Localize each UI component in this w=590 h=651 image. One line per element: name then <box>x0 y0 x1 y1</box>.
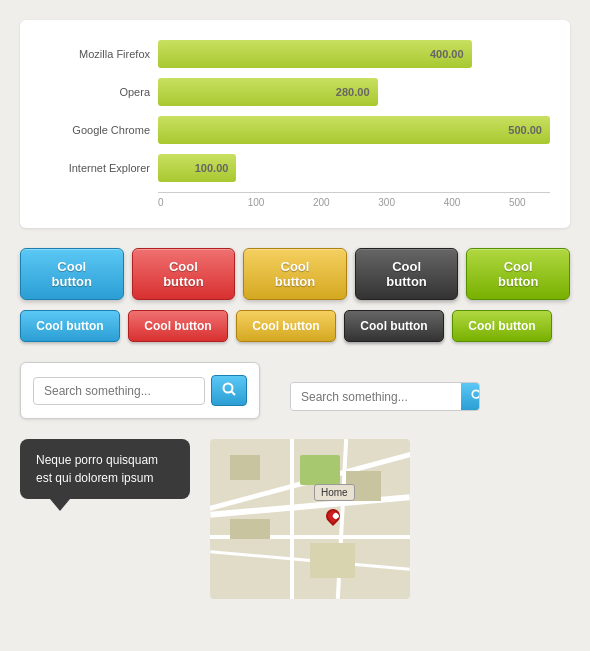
map-block <box>230 519 270 539</box>
search-box-large <box>20 362 260 419</box>
search-box-small <box>290 382 480 411</box>
svg-line-1 <box>232 392 236 396</box>
svg-line-3 <box>479 397 480 400</box>
search-button-large[interactable] <box>211 375 247 406</box>
cool-button-yellow-large[interactable]: Cool button <box>243 248 347 300</box>
search-icon-small <box>471 389 480 401</box>
svg-point-2 <box>472 390 480 398</box>
chart-value-chrome: 500.00 <box>508 124 542 136</box>
cool-button-dark-small[interactable]: Cool button <box>344 310 444 342</box>
chart-value-firefox: 400.00 <box>430 48 464 60</box>
chart-bar-opera: 280.00 <box>158 78 378 106</box>
axis-300: 300 <box>354 197 419 208</box>
chart-axis: 0 100 200 300 400 500 <box>158 192 550 208</box>
buttons-section: Cool button Cool button Cool button Cool… <box>20 248 570 342</box>
chart-row: Internet Explorer 100.00 <box>40 154 550 182</box>
map-home-label: Home <box>314 484 355 501</box>
chart-row: Opera 280.00 <box>40 78 550 106</box>
cool-button-yellow-small[interactable]: Cool button <box>236 310 336 342</box>
chart-bar-chrome: 500.00 <box>158 116 550 144</box>
axis-200: 200 <box>289 197 354 208</box>
map-road <box>290 439 294 599</box>
axis-100: 100 <box>223 197 288 208</box>
cool-button-blue-small[interactable]: Cool button <box>20 310 120 342</box>
map-background: Home <box>210 439 410 599</box>
search-small-wrap <box>290 362 480 411</box>
chart-row: Google Chrome 500.00 <box>40 116 550 144</box>
map-pin-dot <box>332 512 340 520</box>
axis-400: 400 <box>419 197 484 208</box>
chart-row: Mozilla Firefox 400.00 <box>40 40 550 68</box>
chart-value-ie: 100.00 <box>195 162 229 174</box>
cool-button-green-small[interactable]: Cool button <box>452 310 552 342</box>
bottom-section: Neque porro quisquam est qui dolorem ips… <box>20 439 570 599</box>
chart-section: Mozilla Firefox 400.00 Opera 280.00 Goog… <box>20 20 570 228</box>
chart-bar-wrap-opera: 280.00 <box>158 78 550 106</box>
bar-chart: Mozilla Firefox 400.00 Opera 280.00 Goog… <box>40 40 550 208</box>
cool-button-red-small[interactable]: Cool button <box>128 310 228 342</box>
cool-button-green-large[interactable]: Cool button <box>466 248 570 300</box>
map-block <box>310 543 355 578</box>
chart-label-firefox: Mozilla Firefox <box>40 48 150 60</box>
axis-0: 0 <box>158 197 223 208</box>
axis-500: 500 <box>485 197 550 208</box>
chart-bar-ie: 100.00 <box>158 154 236 182</box>
chart-label-chrome: Google Chrome <box>40 124 150 136</box>
chart-bar-wrap-chrome: 500.00 <box>158 116 550 144</box>
cool-button-red-large[interactable]: Cool button <box>132 248 236 300</box>
chart-bar-wrap-ie: 100.00 <box>158 154 550 182</box>
search-icon-large <box>222 382 236 396</box>
map-park <box>300 455 340 485</box>
map-pin <box>326 509 340 523</box>
search-input-large[interactable] <box>33 377 205 405</box>
chart-bar-firefox: 400.00 <box>158 40 472 68</box>
tooltip-text: Neque porro quisquam est qui dolorem ips… <box>36 453 158 485</box>
cool-button-blue-large[interactable]: Cool button <box>20 248 124 300</box>
button-row-2: Cool button Cool button Cool button Cool… <box>20 310 570 342</box>
search-button-small[interactable] <box>461 383 480 410</box>
tooltip-bubble: Neque porro quisquam est qui dolorem ips… <box>20 439 190 499</box>
svg-point-0 <box>224 384 233 393</box>
chart-label-opera: Opera <box>40 86 150 98</box>
tooltip-wrap: Neque porro quisquam est qui dolorem ips… <box>20 439 190 511</box>
button-row-1: Cool button Cool button Cool button Cool… <box>20 248 570 300</box>
search-input-small[interactable] <box>291 383 461 410</box>
map-pin-head <box>323 506 343 526</box>
cool-button-dark-large[interactable]: Cool button <box>355 248 459 300</box>
chart-value-opera: 280.00 <box>336 86 370 98</box>
tooltip-arrow <box>50 499 70 511</box>
chart-label-ie: Internet Explorer <box>40 162 150 174</box>
map-wrap[interactable]: Home <box>210 439 410 599</box>
map-block <box>230 455 260 480</box>
search-section <box>20 362 570 419</box>
chart-bar-wrap-firefox: 400.00 <box>158 40 550 68</box>
